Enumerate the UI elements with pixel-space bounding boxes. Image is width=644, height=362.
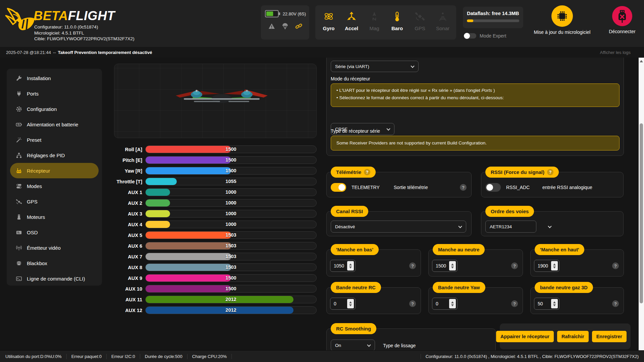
expert-mode-label: Mode Expert	[480, 33, 506, 39]
stepper-icon[interactable]	[347, 261, 354, 270]
channel-row-yaw-r: Yaw [R]1500	[114, 167, 317, 175]
rc-deadband-input[interactable]: 0	[330, 298, 356, 310]
yaw-deadband-title: Bande neutre Yaw	[433, 282, 485, 293]
sidebar-item-ligne-de-commande-cli[interactable]: Ligne de commande (CLI)	[7, 271, 102, 286]
rssi-toggle-label: RSSI_ADC	[506, 185, 530, 190]
sidebar-item-emetteur-video[interactable]: Émetteur vidéo	[7, 240, 102, 255]
channel-value: 1500	[146, 167, 316, 174]
rssi-adc-toggle[interactable]	[485, 183, 501, 192]
quadcopter-model	[170, 83, 274, 112]
telemetry-card: Télémétrie? TELEMETRY Sortie télémétrie …	[326, 172, 472, 197]
firmware-version: Micrologiciel: 4.5.1 BTFL	[34, 30, 135, 36]
channel-value: 1503	[146, 242, 316, 249]
rc-smoothing-title: RC Smoothing	[331, 323, 376, 334]
sidebar-item-preset[interactable]: Preset	[7, 132, 102, 147]
yaw-deadband-input[interactable]: 0	[432, 298, 458, 310]
stick-low-title: 'Manche en bas'	[331, 244, 379, 255]
channel-value: 2012	[146, 307, 316, 314]
dataflash-bar	[467, 19, 519, 22]
sidebar-item-osd[interactable]: OSD	[7, 225, 102, 240]
rc-smoothing-select[interactable]: On	[331, 340, 375, 351]
stepper-icon[interactable]	[449, 299, 456, 308]
log-timestamp: 2025-07-28 @18:21:44	[6, 50, 51, 55]
stick-center-input[interactable]: 1500	[432, 260, 458, 272]
firmware-flasher-label: Mise à jour du micrologiciel	[529, 29, 596, 35]
stick-low-input[interactable]: 1050	[330, 260, 356, 272]
stepper-icon[interactable]	[551, 299, 558, 308]
dataflash-fill	[467, 19, 473, 22]
channel-map-card: Ordre des voies AETR1234	[481, 211, 624, 236]
rssi-channel-select[interactable]: Désactivé	[331, 221, 466, 233]
rc-smoothing-type-label: Type de lissage	[383, 343, 416, 348]
sidebar-item-reglages-de-pid[interactable]: Réglages de PID	[7, 147, 102, 163]
status-bar: Utilisation du port:D:0%U:0%Erreur paque…	[0, 350, 644, 362]
cli-icon	[15, 275, 22, 282]
usb-disconnect-icon	[612, 6, 632, 26]
save-button[interactable]: Enregistrer	[592, 331, 627, 342]
expert-mode-toggle[interactable]	[464, 33, 476, 39]
channel-value: 1500	[146, 146, 316, 153]
channel-value: 1000	[146, 189, 316, 196]
chip-icon	[551, 5, 573, 27]
gyro-icon	[317, 9, 340, 24]
channel-map-input[interactable]: AETR1234	[485, 221, 536, 233]
stepper-icon[interactable]	[551, 261, 558, 270]
channel-row-aux-8: AUX 81503	[114, 263, 317, 271]
refresh-button[interactable]: Rafraîchir	[557, 331, 589, 342]
app-title: BETAFLIGHT	[34, 9, 115, 23]
sidebar-item-modes[interactable]: Modes	[7, 178, 102, 194]
sidebar-item-recepteur[interactable]: Récepteur	[10, 163, 99, 178]
receiver-mode-select[interactable]: Série (via UART)	[331, 61, 419, 72]
scroll-up-arrow-icon[interactable]	[640, 60, 643, 62]
sensor-mag: Mag	[363, 9, 386, 40]
sidebar-item-alimentation-et-batterie[interactable]: Alimentation et batterie	[7, 117, 102, 132]
sidebar-item-gps[interactable]: GPS	[7, 194, 102, 209]
channel-row-aux-6: AUX 61503	[114, 242, 317, 250]
dataflash-label: Dataflash: free 14.3MB	[467, 11, 519, 16]
help-icon[interactable]: ?	[409, 300, 416, 307]
help-icon[interactable]: ?	[409, 262, 416, 269]
help-icon[interactable]: ?	[364, 169, 370, 175]
stepper-icon[interactable]	[449, 261, 456, 270]
osd-icon	[15, 229, 22, 236]
stick-high-input[interactable]: 1900	[534, 260, 559, 272]
sidebar-item-ports[interactable]: Ports	[7, 86, 102, 101]
sitemap-icon	[15, 152, 22, 159]
disconnect-button[interactable]: Déconnecter	[604, 6, 641, 34]
scrollbar-thumb[interactable]	[640, 123, 643, 303]
status-version-info: Configurateur: 11.0.0 (0c51874) , Microl…	[421, 354, 639, 359]
help-icon[interactable]: ?	[612, 300, 619, 307]
channel-value: 1500	[146, 157, 316, 164]
action-toolbar: Appairer le récepteurRafraîchirEnregistr…	[500, 323, 631, 349]
scrollbar[interactable]	[639, 58, 644, 350]
wand-icon	[15, 136, 22, 143]
telemetry-toggle[interactable]	[331, 183, 346, 192]
status-segment: Charge CPU:20%	[187, 354, 232, 359]
help-icon[interactable]: ?	[511, 262, 518, 269]
sidebar-item-blackbox[interactable]: Blackbox	[7, 255, 102, 271]
3d-deadband-input[interactable]: 50	[534, 298, 559, 310]
wrench-icon	[15, 75, 22, 81]
help-icon[interactable]: ?	[612, 262, 619, 269]
receiver-mode-panel: Série (via UART) Mode du récepteur • L'U…	[326, 50, 624, 156]
channel-track: 1500	[145, 156, 317, 164]
sidebar-item-installation[interactable]: Installation	[7, 70, 102, 86]
channel-track: 1000	[145, 210, 317, 218]
channel-row-aux-12: AUX 122012	[114, 306, 317, 314]
sidebar-item-moteurs[interactable]: Moteurs	[7, 209, 102, 225]
show-logs-link[interactable]: Afficher les logs	[600, 50, 631, 55]
rssi-channel-title: Canal RSSI	[331, 206, 368, 217]
model-preview[interactable]	[114, 64, 317, 138]
pair-receiver-button[interactable]: Appairer le récepteur	[496, 331, 554, 342]
sidebar-item-configuration[interactable]: Configuration	[7, 101, 102, 117]
stick-high-title: 'Manche en haut'	[535, 244, 584, 255]
firmware-flasher-button[interactable]: Mise à jour du micrologiciel	[529, 5, 596, 35]
help-icon[interactable]: ?	[511, 300, 518, 307]
help-icon[interactable]: ?	[460, 184, 467, 191]
stepper-icon[interactable]	[347, 299, 354, 308]
channel-track: 1503	[145, 242, 317, 250]
stick-center-card: Manche au neutre 1500 ?	[428, 249, 523, 277]
chevron-down-icon[interactable]	[548, 224, 551, 228]
channel-track: 1500	[145, 167, 317, 175]
help-icon[interactable]: ?	[547, 169, 553, 175]
